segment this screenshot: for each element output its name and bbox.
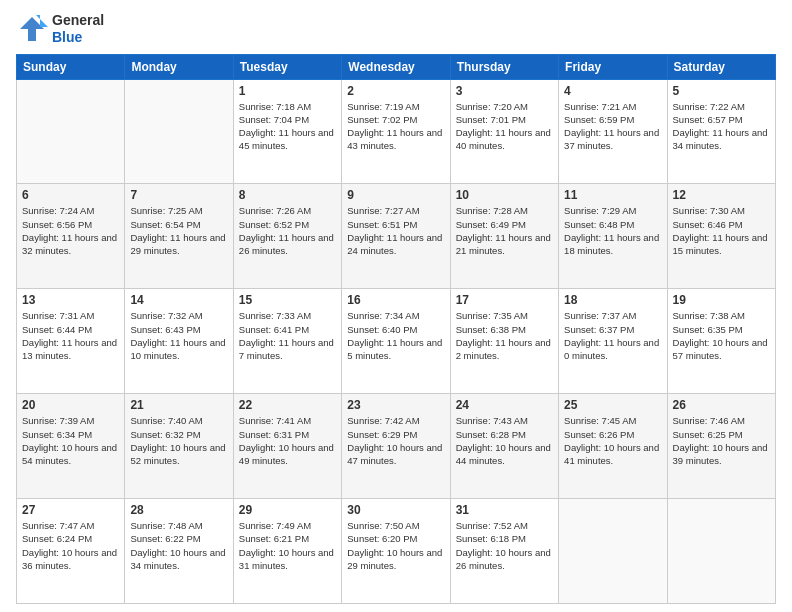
- calendar-table: SundayMondayTuesdayWednesdayThursdayFrid…: [16, 54, 776, 604]
- logo: General Blue: [16, 12, 104, 46]
- calendar-cell: 13Sunrise: 7:31 AM Sunset: 6:44 PM Dayli…: [17, 289, 125, 394]
- day-info: Sunrise: 7:24 AM Sunset: 6:56 PM Dayligh…: [22, 204, 119, 257]
- calendar-cell: 27Sunrise: 7:47 AM Sunset: 6:24 PM Dayli…: [17, 499, 125, 604]
- calendar-cell: 31Sunrise: 7:52 AM Sunset: 6:18 PM Dayli…: [450, 499, 558, 604]
- day-info: Sunrise: 7:30 AM Sunset: 6:46 PM Dayligh…: [673, 204, 770, 257]
- calendar-cell: 26Sunrise: 7:46 AM Sunset: 6:25 PM Dayli…: [667, 394, 775, 499]
- day-info: Sunrise: 7:45 AM Sunset: 6:26 PM Dayligh…: [564, 414, 661, 467]
- calendar-header-tuesday: Tuesday: [233, 54, 341, 79]
- calendar-cell: 9Sunrise: 7:27 AM Sunset: 6:51 PM Daylig…: [342, 184, 450, 289]
- day-number: 1: [239, 84, 336, 98]
- calendar-header-saturday: Saturday: [667, 54, 775, 79]
- calendar-header-monday: Monday: [125, 54, 233, 79]
- day-info: Sunrise: 7:26 AM Sunset: 6:52 PM Dayligh…: [239, 204, 336, 257]
- day-number: 16: [347, 293, 444, 307]
- day-number: 30: [347, 503, 444, 517]
- calendar-cell: 4Sunrise: 7:21 AM Sunset: 6:59 PM Daylig…: [559, 79, 667, 184]
- calendar-cell: 16Sunrise: 7:34 AM Sunset: 6:40 PM Dayli…: [342, 289, 450, 394]
- day-info: Sunrise: 7:22 AM Sunset: 6:57 PM Dayligh…: [673, 100, 770, 153]
- day-number: 18: [564, 293, 661, 307]
- day-number: 7: [130, 188, 227, 202]
- day-info: Sunrise: 7:25 AM Sunset: 6:54 PM Dayligh…: [130, 204, 227, 257]
- calendar-header-row: SundayMondayTuesdayWednesdayThursdayFrid…: [17, 54, 776, 79]
- calendar-header-wednesday: Wednesday: [342, 54, 450, 79]
- day-info: Sunrise: 7:19 AM Sunset: 7:02 PM Dayligh…: [347, 100, 444, 153]
- day-info: Sunrise: 7:49 AM Sunset: 6:21 PM Dayligh…: [239, 519, 336, 572]
- day-number: 11: [564, 188, 661, 202]
- calendar-cell: 19Sunrise: 7:38 AM Sunset: 6:35 PM Dayli…: [667, 289, 775, 394]
- day-info: Sunrise: 7:48 AM Sunset: 6:22 PM Dayligh…: [130, 519, 227, 572]
- calendar-cell: 21Sunrise: 7:40 AM Sunset: 6:32 PM Dayli…: [125, 394, 233, 499]
- day-info: Sunrise: 7:46 AM Sunset: 6:25 PM Dayligh…: [673, 414, 770, 467]
- day-number: 4: [564, 84, 661, 98]
- day-info: Sunrise: 7:18 AM Sunset: 7:04 PM Dayligh…: [239, 100, 336, 153]
- calendar-cell: [667, 499, 775, 604]
- day-info: Sunrise: 7:34 AM Sunset: 6:40 PM Dayligh…: [347, 309, 444, 362]
- header: General Blue: [16, 12, 776, 46]
- day-number: 23: [347, 398, 444, 412]
- calendar-cell: 1Sunrise: 7:18 AM Sunset: 7:04 PM Daylig…: [233, 79, 341, 184]
- calendar-cell: 11Sunrise: 7:29 AM Sunset: 6:48 PM Dayli…: [559, 184, 667, 289]
- day-number: 21: [130, 398, 227, 412]
- calendar-cell: 20Sunrise: 7:39 AM Sunset: 6:34 PM Dayli…: [17, 394, 125, 499]
- day-number: 13: [22, 293, 119, 307]
- day-number: 8: [239, 188, 336, 202]
- calendar-header-thursday: Thursday: [450, 54, 558, 79]
- day-number: 28: [130, 503, 227, 517]
- day-number: 25: [564, 398, 661, 412]
- calendar-cell: [17, 79, 125, 184]
- calendar-cell: 18Sunrise: 7:37 AM Sunset: 6:37 PM Dayli…: [559, 289, 667, 394]
- day-info: Sunrise: 7:20 AM Sunset: 7:01 PM Dayligh…: [456, 100, 553, 153]
- day-number: 12: [673, 188, 770, 202]
- day-number: 9: [347, 188, 444, 202]
- calendar-cell: 22Sunrise: 7:41 AM Sunset: 6:31 PM Dayli…: [233, 394, 341, 499]
- day-info: Sunrise: 7:37 AM Sunset: 6:37 PM Dayligh…: [564, 309, 661, 362]
- day-info: Sunrise: 7:41 AM Sunset: 6:31 PM Dayligh…: [239, 414, 336, 467]
- logo-bird-icon: [16, 13, 48, 45]
- day-number: 29: [239, 503, 336, 517]
- calendar-cell: 2Sunrise: 7:19 AM Sunset: 7:02 PM Daylig…: [342, 79, 450, 184]
- day-number: 3: [456, 84, 553, 98]
- calendar-week-row: 13Sunrise: 7:31 AM Sunset: 6:44 PM Dayli…: [17, 289, 776, 394]
- day-info: Sunrise: 7:32 AM Sunset: 6:43 PM Dayligh…: [130, 309, 227, 362]
- calendar-cell: 17Sunrise: 7:35 AM Sunset: 6:38 PM Dayli…: [450, 289, 558, 394]
- day-info: Sunrise: 7:21 AM Sunset: 6:59 PM Dayligh…: [564, 100, 661, 153]
- day-number: 6: [22, 188, 119, 202]
- calendar-week-row: 27Sunrise: 7:47 AM Sunset: 6:24 PM Dayli…: [17, 499, 776, 604]
- calendar-cell: 25Sunrise: 7:45 AM Sunset: 6:26 PM Dayli…: [559, 394, 667, 499]
- day-number: 14: [130, 293, 227, 307]
- day-info: Sunrise: 7:33 AM Sunset: 6:41 PM Dayligh…: [239, 309, 336, 362]
- calendar-week-row: 6Sunrise: 7:24 AM Sunset: 6:56 PM Daylig…: [17, 184, 776, 289]
- calendar-cell: [559, 499, 667, 604]
- page: General Blue SundayMondayTuesdayWednesda…: [0, 0, 792, 612]
- calendar-cell: 7Sunrise: 7:25 AM Sunset: 6:54 PM Daylig…: [125, 184, 233, 289]
- day-number: 10: [456, 188, 553, 202]
- day-number: 27: [22, 503, 119, 517]
- calendar-cell: [125, 79, 233, 184]
- day-info: Sunrise: 7:42 AM Sunset: 6:29 PM Dayligh…: [347, 414, 444, 467]
- day-number: 31: [456, 503, 553, 517]
- day-number: 2: [347, 84, 444, 98]
- day-info: Sunrise: 7:52 AM Sunset: 6:18 PM Dayligh…: [456, 519, 553, 572]
- calendar-cell: 28Sunrise: 7:48 AM Sunset: 6:22 PM Dayli…: [125, 499, 233, 604]
- day-number: 15: [239, 293, 336, 307]
- logo-general-text: General: [52, 12, 104, 29]
- calendar-header-friday: Friday: [559, 54, 667, 79]
- calendar-cell: 23Sunrise: 7:42 AM Sunset: 6:29 PM Dayli…: [342, 394, 450, 499]
- day-info: Sunrise: 7:31 AM Sunset: 6:44 PM Dayligh…: [22, 309, 119, 362]
- day-number: 5: [673, 84, 770, 98]
- day-number: 19: [673, 293, 770, 307]
- calendar-cell: 30Sunrise: 7:50 AM Sunset: 6:20 PM Dayli…: [342, 499, 450, 604]
- day-number: 17: [456, 293, 553, 307]
- day-info: Sunrise: 7:43 AM Sunset: 6:28 PM Dayligh…: [456, 414, 553, 467]
- day-info: Sunrise: 7:29 AM Sunset: 6:48 PM Dayligh…: [564, 204, 661, 257]
- day-info: Sunrise: 7:40 AM Sunset: 6:32 PM Dayligh…: [130, 414, 227, 467]
- day-info: Sunrise: 7:35 AM Sunset: 6:38 PM Dayligh…: [456, 309, 553, 362]
- logo-blue-text: Blue: [52, 29, 104, 46]
- day-number: 20: [22, 398, 119, 412]
- calendar-header-sunday: Sunday: [17, 54, 125, 79]
- calendar-cell: 12Sunrise: 7:30 AM Sunset: 6:46 PM Dayli…: [667, 184, 775, 289]
- calendar-cell: 5Sunrise: 7:22 AM Sunset: 6:57 PM Daylig…: [667, 79, 775, 184]
- calendar-cell: 10Sunrise: 7:28 AM Sunset: 6:49 PM Dayli…: [450, 184, 558, 289]
- day-number: 22: [239, 398, 336, 412]
